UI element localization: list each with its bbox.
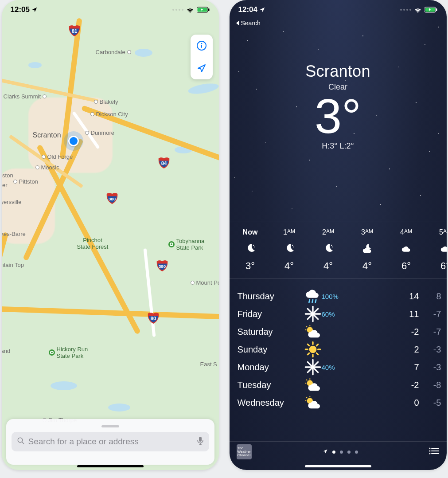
svg-point-17 <box>253 245 253 246</box>
search-field[interactable] <box>12 432 209 451</box>
svg-line-23 <box>309 300 309 303</box>
label-carbondale: Carbondale <box>96 49 125 55</box>
day-low: -8 <box>419 380 441 390</box>
location-services-icon <box>259 7 265 13</box>
label-yersville: yersville <box>2 199 22 205</box>
shield-i84: 84 <box>158 156 170 168</box>
day-name: Sunday <box>238 345 304 355</box>
page-indicator[interactable] <box>323 448 358 456</box>
day-low: -3 <box>419 345 441 355</box>
hilo-text: H:3° L:2° <box>230 141 447 151</box>
day-name: Saturday <box>238 327 304 337</box>
breadcrumb-dots-icon <box>400 9 411 11</box>
home-indicator[interactable] <box>305 465 371 467</box>
label-kes-barre: kes-Barre <box>2 231 26 237</box>
day-row: Thursday 100% 14 8 <box>238 287 441 305</box>
svg-line-42 <box>308 353 309 354</box>
svg-point-21 <box>331 245 331 246</box>
hourly-forecast[interactable]: Now 3°1AM 4°2AM 4°3AM 4°4AM 6°5AM 6°6 <box>230 222 447 278</box>
back-to-app-button[interactable]: Search <box>236 20 261 27</box>
hour-temp: 6° <box>401 260 411 272</box>
day-high: -2 <box>397 327 419 337</box>
day-high: 7 <box>397 362 419 372</box>
hour-label: 5AM <box>439 228 446 236</box>
partly-icon <box>304 325 322 339</box>
svg-point-18 <box>254 247 255 247</box>
hour-column: Now 3° <box>238 228 263 272</box>
svg-line-12 <box>22 442 24 444</box>
cloud-icon <box>440 243 447 254</box>
day-low: -7 <box>419 327 441 337</box>
day-name: Friday <box>238 309 304 319</box>
shield-i380b: 380 <box>156 259 168 271</box>
search-input[interactable] <box>28 437 193 447</box>
label-mount-po: Mount Po <box>196 279 219 286</box>
breadcrumb-dots-icon <box>172 9 183 11</box>
hour-temp: 6° <box>440 260 447 272</box>
hour-label: 2AM <box>322 228 334 236</box>
map-info-button[interactable] <box>191 35 213 57</box>
current-temp: 3° <box>230 92 447 141</box>
mic-icon[interactable] <box>197 436 204 447</box>
svg-line-54 <box>306 397 307 398</box>
weather-hero: Scranton Clear 3° H:3° L:2° <box>230 62 447 151</box>
list-button[interactable] <box>429 447 440 457</box>
hour-label: 4AM <box>400 228 412 236</box>
svg-text:84: 84 <box>161 161 167 166</box>
moon-stars-icon <box>323 243 334 254</box>
label-old-forge: Old Forge <box>47 153 73 160</box>
twc-logo[interactable]: The Weather Channel <box>237 444 252 459</box>
daily-forecast[interactable]: Thursday 100% 14 8Friday 60% 11 -7Saturd… <box>238 287 441 411</box>
hour-column: 1AM 4° <box>277 228 302 272</box>
label-and: and <box>2 348 11 354</box>
label-pittston: Pittston <box>19 178 38 185</box>
svg-rect-16 <box>436 8 437 11</box>
home-indicator[interactable] <box>77 465 144 467</box>
day-row: Wednesday 0 -5 <box>238 394 441 411</box>
svg-point-20 <box>293 247 294 247</box>
day-name: Tuesday <box>238 380 304 390</box>
svg-line-41 <box>316 344 318 345</box>
moon-stars-icon <box>245 243 256 254</box>
status-time: 12:04 <box>238 5 257 14</box>
svg-point-59 <box>429 451 430 452</box>
precip-pct: 60% <box>322 310 350 318</box>
day-high: 0 <box>397 398 419 408</box>
precip-pct: 100% <box>322 293 350 300</box>
shield-i380a: 380 <box>106 192 118 204</box>
day-high: 2 <box>397 345 419 355</box>
moon-stars-icon <box>284 243 295 254</box>
partly-icon <box>304 396 322 410</box>
label-scranton: Scranton <box>33 131 61 139</box>
status-bar: 12:05 <box>2 0 219 20</box>
svg-point-19 <box>292 245 292 246</box>
label-ter: ter <box>2 182 8 188</box>
cloud-icon <box>401 243 412 254</box>
label-clarks-summit: Clarks Summit <box>4 93 41 100</box>
hour-column: 2AM 4° <box>316 228 341 272</box>
map-canvas[interactable]: Scranton Dunmore Blakely Dickson City Ca… <box>2 0 219 470</box>
day-name: Wednesday <box>238 398 304 408</box>
card-grabber[interactable] <box>101 425 119 427</box>
map-locate-button[interactable] <box>191 57 213 79</box>
svg-rect-13 <box>199 437 202 442</box>
svg-line-50 <box>306 380 307 380</box>
day-high: 11 <box>397 309 419 319</box>
svg-line-33 <box>306 326 307 327</box>
hour-temp: 3° <box>245 260 255 272</box>
day-high: -2 <box>397 380 419 390</box>
hour-column: 4AM 6° <box>393 228 419 272</box>
search-card[interactable] <box>6 419 214 465</box>
snow-icon <box>304 358 322 376</box>
label-blakely: Blakely <box>100 98 118 105</box>
day-row: Monday 40% 7 -3 <box>238 358 441 376</box>
snow-icon <box>304 305 322 323</box>
svg-text:380: 380 <box>108 196 115 201</box>
cloud-moon-icon <box>362 243 373 254</box>
label-dunmore: Dunmore <box>91 129 114 136</box>
day-low: -7 <box>419 309 441 319</box>
status-bar: 12:04 <box>230 0 447 20</box>
day-high: 14 <box>397 291 419 302</box>
day-low: 8 <box>419 291 441 302</box>
svg-point-34 <box>309 346 316 353</box>
